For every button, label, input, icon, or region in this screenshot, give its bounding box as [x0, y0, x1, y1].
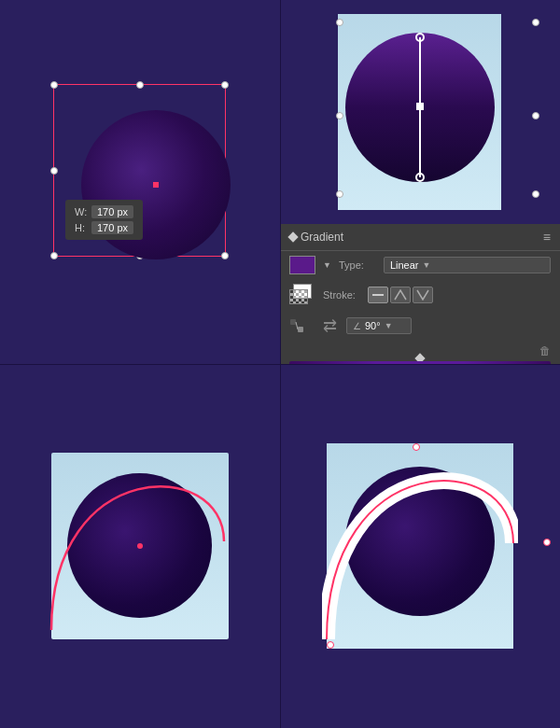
vertical-divider: [280, 0, 281, 728]
gradient-panel-title: Gradient: [289, 231, 343, 244]
stroke-icon-1[interactable]: [368, 287, 388, 303]
gradient-line[interactable]: [419, 37, 421, 177]
gradient-stroke-row: Stroke:: [280, 279, 560, 311]
angle-value: 90°: [365, 320, 381, 331]
handle-top-left[interactable]: [50, 81, 58, 89]
gradient-angle-row: ⇄ ∠ 90° ▼: [280, 311, 560, 341]
angle-chevron: ▼: [385, 321, 393, 330]
svg-rect-0: [372, 294, 384, 296]
br-arc-outer-path: [327, 481, 513, 639]
br-handle-top[interactable]: [413, 443, 420, 451]
svg-rect-1: [290, 319, 296, 325]
stroke-label: Stroke:: [323, 289, 360, 301]
height-key: H:: [75, 222, 86, 233]
stroke-icons-group: [368, 287, 433, 303]
canvas-handle-br[interactable]: [532, 190, 539, 198]
gradient-icon: [289, 318, 304, 333]
handle-top-right[interactable]: [221, 81, 229, 89]
svg-rect-2: [298, 327, 303, 332]
angle-icon-group: [289, 316, 315, 335]
stroke-icon-3[interactable]: [413, 287, 433, 303]
br-handle-right[interactable]: [543, 539, 551, 546]
canvas-handle-bl[interactable]: [336, 190, 343, 198]
width-value: 170 px: [91, 205, 133, 218]
gradient-bar-container: 🗑: [280, 341, 560, 364]
top-right-canvas: Gradient ≡ ▼ Type: Linear ▼: [280, 0, 560, 364]
swatch-chevron: ▼: [323, 260, 331, 270]
handle-mid-left[interactable]: [50, 167, 58, 175]
gradient-panel: Gradient ≡ ▼ Type: Linear ▼: [280, 224, 560, 364]
top-left-canvas: W: 170 px H: 170 px: [37, 70, 243, 275]
io-icon: ⇄: [323, 315, 337, 336]
br-arc-svg: [322, 443, 518, 644]
gradient-canvas: [280, 0, 560, 224]
canvas-handle-mr[interactable]: [532, 112, 539, 119]
gradient-panel-menu-icon[interactable]: ≡: [543, 230, 551, 245]
gradient-color-swatch[interactable]: [289, 256, 315, 274]
size-label: W: 170 px H: 170 px: [65, 200, 143, 240]
handle-top-mid[interactable]: [136, 81, 144, 89]
angle-symbol: ∠: [353, 321, 361, 331]
top-left-panel: W: 170 px H: 170 px: [0, 0, 280, 364]
top-right-panel: Gradient ≡ ▼ Type: Linear ▼: [280, 0, 560, 364]
type-chevron-icon: ▼: [423, 260, 431, 270]
br-arc-white-path: [327, 481, 513, 639]
gradient-type-value: Linear: [390, 259, 419, 271]
handle-bot-left[interactable]: [50, 252, 58, 259]
bl-arc-svg: [42, 448, 229, 635]
bottom-left-canvas: [37, 443, 243, 649]
gradient-type-select[interactable]: Linear ▼: [384, 257, 551, 273]
canvas-handle-tl[interactable]: [336, 19, 343, 26]
gradient-panel-title-text: Gradient: [301, 231, 343, 244]
height-value: 170 px: [91, 221, 133, 234]
gradient-type-row: ▼ Type: Linear ▼: [280, 251, 560, 279]
bottom-left-panel: [0, 364, 280, 728]
svg-line-3: [296, 322, 298, 329]
gradient-panel-header: Gradient ≡: [280, 224, 560, 251]
handle-bot-right[interactable]: [221, 252, 229, 259]
canvas-handle-tr[interactable]: [532, 19, 539, 26]
width-key: W:: [75, 206, 86, 217]
angle-input[interactable]: ∠ 90° ▼: [346, 317, 412, 334]
gradient-handle-bottom[interactable]: [415, 173, 425, 182]
stroke-icon-2[interactable]: [390, 287, 411, 303]
center-dot: [153, 182, 159, 188]
type-label: Type:: [339, 259, 376, 271]
swatch-front: [289, 289, 308, 304]
bottom-right-canvas: [285, 439, 555, 653]
gradient-handle-mid[interactable]: [416, 103, 424, 110]
bottom-right-panel: [280, 364, 560, 728]
stroke-swatch-stack: [289, 284, 315, 306]
gradient-handle-top[interactable]: [415, 33, 425, 42]
bl-arc-path: [51, 486, 224, 630]
br-handle-bottom[interactable]: [327, 641, 334, 649]
diamond-icon: [287, 231, 298, 242]
canvas-handle-ml[interactable]: [336, 112, 343, 119]
delete-stop-icon[interactable]: 🗑: [539, 344, 551, 357]
